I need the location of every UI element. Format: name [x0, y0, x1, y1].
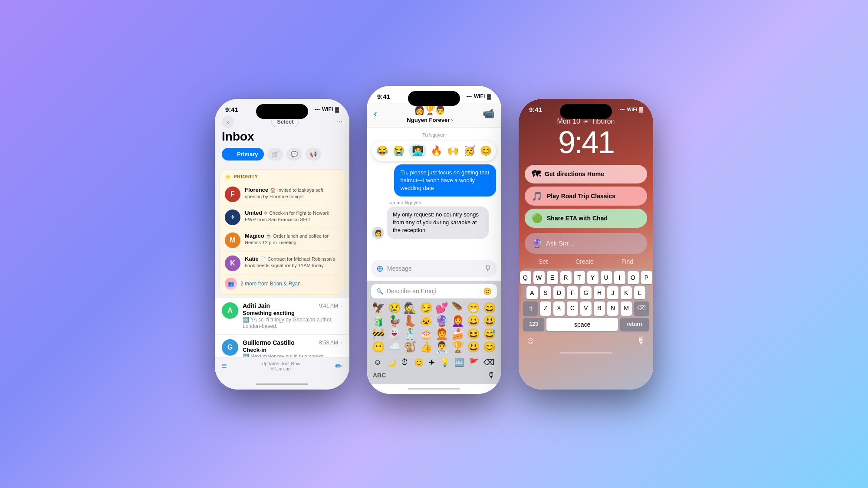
mail-item-aditi[interactable]: A Aditi Jain 9:41 AM › Something excitin…: [215, 298, 349, 335]
voice-input-button[interactable]: 🎙: [484, 264, 492, 273]
emoji-21[interactable]: 🍰: [450, 328, 466, 340]
key-I[interactable]: I: [614, 271, 625, 284]
emoji-7[interactable]: 😄: [482, 302, 497, 314]
emoji-9[interactable]: 🦆: [387, 315, 402, 327]
key-E[interactable]: E: [547, 271, 558, 284]
shortcut-set[interactable]: Set: [539, 258, 548, 265]
shortcut-create[interactable]: Create: [575, 258, 594, 265]
suggestion-maps[interactable]: 🟢 Share ETA with Chad: [525, 209, 647, 228]
key-U[interactable]: U: [601, 271, 612, 284]
message-input[interactable]: Message: [387, 265, 480, 272]
suggestion-directions[interactable]: 🗺 Get directions Home: [525, 165, 647, 183]
emoji-17[interactable]: 👻: [387, 328, 402, 340]
emoji-tool-time[interactable]: ⏱: [401, 358, 409, 367]
reaction-emoji-5[interactable]: 🥳: [464, 145, 475, 157]
reaction-emoji-6[interactable]: 😊: [480, 145, 492, 157]
key-D[interactable]: D: [553, 286, 565, 299]
emoji-16[interactable]: 🚧: [371, 328, 386, 340]
emoji-12[interactable]: 🔮: [434, 315, 450, 327]
emoji-tool-nature[interactable]: 🌙: [387, 358, 396, 367]
key-B[interactable]: B: [594, 301, 605, 316]
reaction-emoji-0[interactable]: 😂: [376, 145, 388, 157]
key-123[interactable]: 123: [523, 318, 544, 331]
reaction-emoji-selected[interactable]: 🧑‍💻: [409, 144, 426, 157]
emoji-15[interactable]: 😃: [482, 315, 497, 327]
key-J[interactable]: J: [607, 286, 618, 299]
key-A[interactable]: A: [526, 286, 538, 299]
mail-item-guillermo[interactable]: G Guillermo Castillo 8:58 AM › Check-in …: [215, 335, 349, 357]
msg-back-button[interactable]: ‹: [374, 108, 377, 120]
key-K[interactable]: K: [621, 286, 632, 299]
emoji-5[interactable]: 🪶: [450, 302, 466, 314]
emoji-31[interactable]: 😊: [482, 341, 497, 353]
emoji-11[interactable]: 🐱: [419, 315, 434, 327]
tab-shopping[interactable]: 🛒: [267, 148, 283, 160]
key-P[interactable]: P: [641, 271, 652, 284]
key-shift[interactable]: ⇧: [523, 301, 538, 316]
tab-chat[interactable]: 💬: [286, 148, 302, 160]
key-return[interactable]: return: [620, 318, 649, 331]
emoji-tool-symbols[interactable]: 🔤: [454, 358, 464, 367]
emoji-19[interactable]: 🎂: [419, 328, 434, 340]
add-attachment-button[interactable]: ⊕: [376, 263, 384, 274]
shortcut-find[interactable]: Find: [621, 258, 633, 265]
emoji-3[interactable]: 😏: [419, 302, 434, 314]
emoji-29[interactable]: 🏆: [450, 341, 466, 353]
filter-icon[interactable]: ≡: [222, 361, 227, 371]
tab-primary[interactable]: 👤 Primary: [222, 148, 264, 160]
key-S[interactable]: S: [540, 286, 551, 299]
video-call-button[interactable]: 📹: [483, 108, 494, 119]
emoji-10[interactable]: 👢: [403, 315, 418, 327]
emoji-26[interactable]: 🐒: [403, 341, 418, 353]
emoji-22[interactable]: 😆: [466, 328, 481, 340]
emoji-1[interactable]: 😢: [387, 302, 402, 314]
emoji-keyboard-button[interactable]: ☺: [526, 335, 535, 347]
emoji-4[interactable]: 💕: [434, 302, 450, 314]
more-button[interactable]: ···: [337, 118, 342, 126]
emoji-24[interactable]: 😶: [371, 341, 386, 353]
emoji-28[interactable]: 👨‍⚕️: [434, 341, 450, 353]
emoji-30[interactable]: 😃: [466, 341, 481, 353]
key-R[interactable]: R: [560, 271, 572, 284]
emoji-8[interactable]: 🧃: [371, 315, 386, 327]
emoji-23[interactable]: 😅: [482, 328, 497, 340]
emoji-0[interactable]: 🦅: [371, 302, 386, 314]
key-W[interactable]: W: [533, 271, 545, 284]
tab-promo[interactable]: 📢: [306, 148, 321, 160]
compose-icon[interactable]: ✏: [335, 361, 342, 371]
key-V[interactable]: V: [580, 301, 592, 316]
msg-input-row[interactable]: ⊕ Message 🎙: [371, 260, 497, 277]
key-X[interactable]: X: [553, 301, 565, 316]
mail-item-united[interactable]: ✈ United ✈ Check-in for flight to Newark…: [225, 206, 339, 229]
emoji-14[interactable]: 😀: [466, 315, 481, 327]
key-Q[interactable]: Q: [520, 271, 531, 284]
microphone-button[interactable]: 🎙: [637, 335, 646, 347]
key-Y[interactable]: Y: [587, 271, 598, 284]
mail-item-magico[interactable]: M Magico ☕ Order lunch and coffee for Ne…: [225, 229, 339, 252]
key-C[interactable]: C: [567, 301, 578, 316]
emoji-13[interactable]: 👩‍🦰: [450, 315, 466, 327]
key-F[interactable]: F: [567, 286, 578, 299]
key-delete[interactable]: ⌫: [634, 301, 649, 316]
emoji-tool-faces[interactable]: ☺: [374, 358, 381, 367]
emoji-2[interactable]: 🕵️: [403, 302, 418, 314]
emoji-tool-travel[interactable]: ✈: [428, 358, 435, 367]
key-space[interactable]: space: [546, 318, 618, 331]
emoji-search-bar[interactable]: 🔍 Describe an Emoji 🙂: [371, 284, 497, 298]
key-N[interactable]: N: [607, 301, 618, 316]
emoji-25[interactable]: ☁️: [387, 341, 402, 353]
emoji-tool-activity[interactable]: 😊: [414, 358, 424, 367]
key-L[interactable]: L: [634, 286, 645, 299]
emoji-6[interactable]: 😁: [466, 302, 481, 314]
reaction-emoji-3[interactable]: 🔥: [431, 145, 442, 157]
emoji-tool-flags[interactable]: 🚩: [469, 358, 479, 367]
abc-label[interactable]: ABC: [373, 372, 386, 379]
key-O[interactable]: O: [628, 271, 639, 284]
mail-item-katie[interactable]: K Katie 📄 Contract for Michael Robinson'…: [225, 252, 339, 275]
reaction-emoji-4[interactable]: 🙌: [447, 145, 459, 157]
two-more-row[interactable]: 👥 2 more from Brian & Ryan: [225, 275, 339, 290]
ask-siri-bar[interactable]: 🔮 Ask Siri…: [525, 233, 647, 254]
keyboard-mic-button[interactable]: 🎙: [487, 371, 495, 380]
emoji-tool-delete[interactable]: ⌫: [483, 358, 494, 367]
back-button[interactable]: ‹: [222, 116, 234, 128]
